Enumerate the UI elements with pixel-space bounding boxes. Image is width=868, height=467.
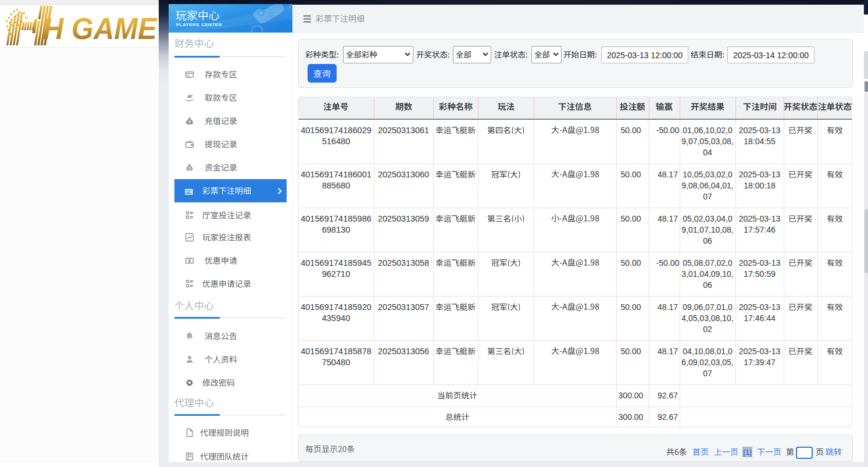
- svg-text:H GAME: H GAME: [43, 12, 158, 46]
